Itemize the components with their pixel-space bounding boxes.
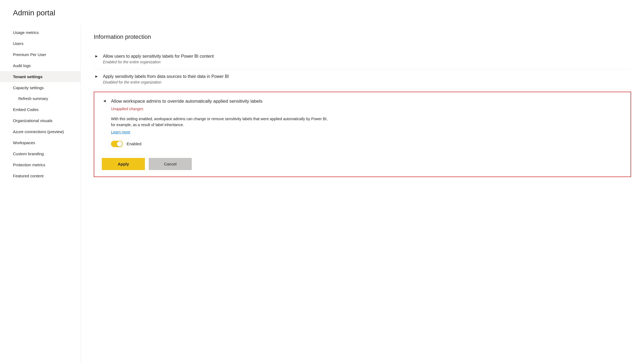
sidebar-item-embed-codes[interactable]: Embed Codes bbox=[0, 104, 81, 115]
learn-more-link[interactable]: Learn more bbox=[111, 130, 130, 134]
sidebar: Usage metricsUsersPremium Per UserAudit … bbox=[0, 25, 81, 363]
main-content: Information protection ▶ Allow users to … bbox=[81, 25, 644, 363]
section-title: Information protection bbox=[94, 33, 631, 40]
expanded-panel-header: ◀ Allow workspace admins to override aut… bbox=[102, 99, 623, 104]
sidebar-item-tenant-settings[interactable]: Tenant settings bbox=[0, 71, 81, 82]
setting-subtitle: Enabled for the entire organization bbox=[103, 60, 631, 64]
expanded-description: With this setting enabled, workspace adm… bbox=[111, 116, 332, 128]
page-title: Admin portal bbox=[0, 9, 644, 25]
toggle-label: Enabled bbox=[127, 141, 141, 146]
chevron-right-icon[interactable]: ▶ bbox=[94, 54, 99, 58]
sidebar-item-usage-metrics[interactable]: Usage metrics bbox=[0, 27, 81, 38]
setting-subtitle-2: Disabled for the entire organization bbox=[103, 80, 631, 84]
sidebar-item-users[interactable]: Users bbox=[0, 38, 81, 49]
setting-title-2: Apply sensitivity labels from data sourc… bbox=[103, 74, 631, 79]
toggle-row: Enabled bbox=[111, 141, 623, 147]
expanded-panel-title: Allow workspace admins to override autom… bbox=[111, 99, 262, 104]
buttons-row: Apply Cancel bbox=[102, 158, 623, 170]
chevron-down-icon[interactable]: ◀ bbox=[102, 99, 107, 103]
chevron-right-icon-2[interactable]: ▶ bbox=[94, 75, 99, 78]
enabled-toggle[interactable] bbox=[111, 141, 123, 147]
sidebar-item-protection-metrics[interactable]: Protection metrics bbox=[0, 159, 81, 170]
toggle-knob bbox=[117, 141, 122, 147]
setting-text: Allow users to apply sensitivity labels … bbox=[103, 54, 631, 64]
apply-button[interactable]: Apply bbox=[102, 158, 145, 170]
sidebar-item-organizational-visuals[interactable]: Organizational visuals bbox=[0, 115, 81, 126]
sidebar-item-workspaces[interactable]: Workspaces bbox=[0, 137, 81, 148]
setting-row-sensitivity-labels-datasource: ▶ Apply sensitivity labels from data sou… bbox=[94, 69, 631, 89]
sidebar-item-capacity-settings[interactable]: Capacity settings bbox=[0, 82, 81, 93]
sidebar-item-custom-branding[interactable]: Custom branding bbox=[0, 148, 81, 159]
expanded-panel-text: Allow workspace admins to override autom… bbox=[111, 99, 262, 104]
unapplied-badge: Unapplied changes bbox=[111, 107, 623, 111]
setting-title: Allow users to apply sensitivity labels … bbox=[103, 54, 631, 59]
sidebar-item-featured-content[interactable]: Featured content bbox=[0, 170, 81, 181]
sidebar-item-refresh-summary[interactable]: Refresh summary bbox=[0, 93, 81, 104]
sidebar-item-azure-connections[interactable]: Azure connections (preview) bbox=[0, 126, 81, 137]
sidebar-item-premium-per-user[interactable]: Premium Per User bbox=[0, 49, 81, 60]
settings-list: ▶ Allow users to apply sensitivity label… bbox=[94, 49, 631, 181]
setting-text-2: Apply sensitivity labels from data sourc… bbox=[103, 74, 631, 84]
expanded-panel: ◀ Allow workspace admins to override aut… bbox=[94, 92, 631, 177]
cancel-button[interactable]: Cancel bbox=[149, 158, 192, 170]
sidebar-item-audit-logs[interactable]: Audit logs bbox=[0, 60, 81, 71]
setting-row-sensitivity-labels-apply: ▶ Allow users to apply sensitivity label… bbox=[94, 49, 631, 69]
